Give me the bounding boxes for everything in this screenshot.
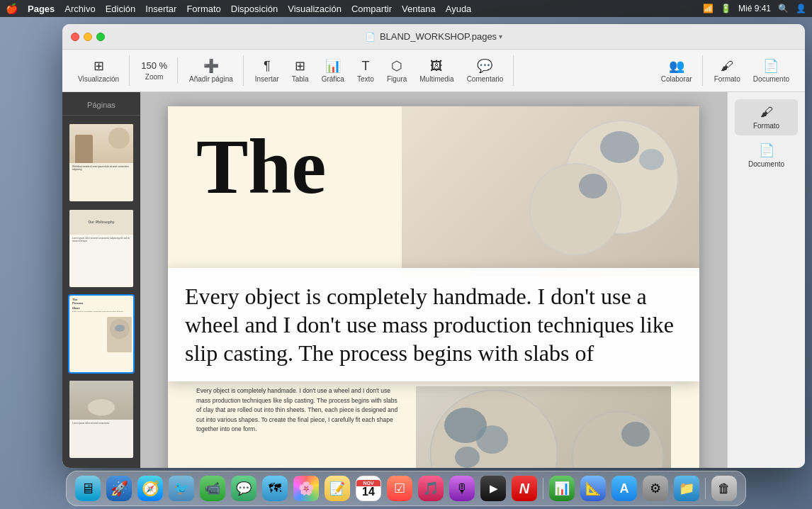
toolbar-group-view: ⊞ Visualización [68, 55, 130, 86]
collaborate-button[interactable]: 👥 Colaborar [655, 55, 698, 86]
dock-settings[interactable]: ⚙ [641, 474, 670, 503]
edicion-menu[interactable]: Edición [106, 4, 136, 14]
zoom-icon: 150 % [141, 60, 167, 71]
insertar-menu[interactable]: Insertar [145, 4, 176, 14]
page-thumb-2[interactable]: 2 Our Philosophy Lorem ipsum dolor sit a… [68, 208, 135, 289]
dock-finder2[interactable]: 📁 [672, 474, 701, 503]
body-image [416, 386, 671, 468]
document-panel-button[interactable]: 📄 Documento [748, 55, 795, 86]
dock-launchpad[interactable]: 🚀 [105, 474, 133, 503]
shape-label: Figura [387, 75, 407, 83]
document-page: The Every object is completely handmade.… [168, 106, 699, 468]
battery-icon: 🔋 [721, 4, 731, 13]
page-thumb-3[interactable]: 3 TheProcess Glaze Every object is compl… [68, 294, 135, 374]
format-label: Formato [714, 75, 740, 83]
document-title-dropdown[interactable]: BLAND_WORKSHOP.pages ▾ [380, 31, 502, 42]
document-filename: BLAND_WORKSHOP.pages [380, 31, 497, 42]
toolbar-group-format-doc: 🖌 Formato 📄 Documento [704, 55, 799, 86]
visualization-button[interactable]: ⊞ Visualización [72, 55, 125, 86]
format-panel-button[interactable]: 🖌 Formato [709, 56, 746, 86]
document-canvas[interactable]: The Every object is completely handmade.… [140, 92, 727, 468]
shape-button[interactable]: ⬡ Figura [381, 55, 412, 86]
chart-button[interactable]: 📊 Gráfica [316, 55, 350, 86]
page-1-preview: Workshop ceramics Lorem ipsum dolor sit … [69, 124, 133, 202]
add-page-label: Añadir página [189, 75, 233, 83]
thumb3-title: TheProcess [69, 296, 133, 306]
body-text[interactable]: Every object is completely handmade. I d… [196, 386, 402, 468]
menu-bar: 🍎 Pages Archivo Edición Insertar Formato… [0, 0, 812, 17]
shape-icon: ⬡ [391, 58, 402, 74]
thumb3-image [107, 317, 132, 352]
dock-music[interactable]: 🎵 [417, 474, 445, 503]
thumb4-image [69, 381, 133, 420]
media-button[interactable]: 🖼 Multimedia [414, 56, 459, 86]
document-icon: 📄 [365, 32, 376, 42]
table-label: Tabla [292, 75, 309, 83]
spotlight-icon[interactable]: 🔍 [778, 4, 789, 13]
page-thumb-4[interactable]: 4 Lorem ipsum dolor sit amet consectetur [68, 379, 135, 459]
format-icon: 🖌 [721, 59, 733, 74]
text-button[interactable]: T Texto [351, 56, 380, 86]
maximize-button[interactable] [96, 33, 105, 41]
document-panel-right-icon: 📄 [759, 142, 774, 158]
dock-photos[interactable]: 🌸 [292, 474, 320, 503]
document-panel-right-button[interactable]: 📄 Documento [735, 137, 798, 174]
apple-menu[interactable]: 🍎 [6, 3, 18, 14]
plate-spot-2 [639, 149, 664, 170]
clock: Mié 9:41 [738, 4, 771, 13]
spot-b3 [455, 447, 480, 468]
compartir-menu[interactable]: Compartir [351, 4, 392, 14]
dock-facetime[interactable]: 📹 [198, 474, 227, 503]
thumb4-text: Lorem ipsum dolor sit amet consectetur [69, 420, 133, 427]
dock-reminders[interactable]: ☑ [385, 474, 414, 503]
add-page-icon: ➕ [203, 58, 219, 74]
media-icon: 🖼 [430, 59, 443, 74]
close-button[interactable] [71, 33, 79, 41]
toolbar-group-insert: ¶ Insertar ⊞ Tabla 📊 Gráfica T Texto ⬡ F… [245, 55, 514, 86]
dock-news[interactable]: N [510, 474, 538, 503]
page-big-title[interactable]: The [168, 106, 402, 276]
dock-numbers[interactable]: 📊 [548, 474, 576, 503]
add-page-button[interactable]: ➕ Añadir página [184, 55, 239, 86]
format-panel-right-button[interactable]: 🖌 Formato [735, 99, 798, 135]
dock-safari[interactable]: 🧭 [136, 474, 164, 503]
thumb2-top: Our Philosophy [69, 210, 133, 235]
dock-appstore[interactable]: A [610, 474, 638, 503]
comment-label: Comentario [467, 75, 504, 83]
pages-panel: Páginas 1 Workshop ceramics Lorem ipsum … [62, 92, 140, 468]
zoom-button[interactable]: 150 % Zoom [135, 57, 173, 84]
dock-tv[interactable]: ▶ [479, 474, 507, 503]
dock-finder[interactable]: 🖥 [74, 474, 102, 503]
page-2-preview: Our Philosophy Lorem ipsum dolor sit ame… [69, 210, 133, 288]
dock-notes[interactable]: 📝 [323, 474, 351, 503]
dock-trash[interactable]: 🗑 [710, 474, 738, 503]
comment-button[interactable]: 💬 Comentario [461, 55, 509, 86]
ventana-menu[interactable]: Ventana [402, 4, 436, 14]
document-panel-label: Documento [753, 75, 789, 83]
dock-keynote[interactable]: 📐 [579, 474, 607, 503]
document-panel-icon: 📄 [763, 58, 779, 74]
dock-maps[interactable]: 🗺 [261, 474, 289, 503]
page-thumb-1[interactable]: 1 Workshop ceramics Lorem ipsum dolor si… [68, 123, 135, 203]
minimize-button[interactable] [84, 33, 92, 41]
pages-app-window: 📄 BLAND_WORKSHOP.pages ▾ ⊞ Visualización… [62, 24, 805, 468]
table-button[interactable]: ⊞ Tabla [286, 55, 315, 86]
insert-button[interactable]: ¶ Insertar [249, 56, 285, 86]
app-name-menu[interactable]: Pages [28, 4, 55, 14]
formato-menu[interactable]: Formato [186, 4, 220, 14]
dock-calendar[interactable]: NOV 14 [354, 474, 383, 503]
collaborate-icon: 👥 [669, 58, 684, 74]
text-overlay-popup[interactable]: Every object is completely handmade. I d… [168, 268, 699, 381]
disposicion-menu[interactable]: Disposición [231, 4, 278, 14]
visualizacion-menu[interactable]: Visualización [288, 4, 342, 14]
dock-podcasts[interactable]: 🎙 [448, 474, 476, 503]
right-panel: 🖌 Formato 📄 Documento [727, 92, 805, 468]
archivo-menu[interactable]: Archivo [64, 4, 95, 14]
dock-bird-mail[interactable]: 🐦 [167, 474, 196, 503]
thumb3-content: Every object is completely handmade lore… [69, 310, 133, 314]
dock-messages[interactable]: 💬 [230, 474, 258, 503]
ayuda-menu[interactable]: Ayuda [446, 4, 472, 14]
thumb4-bowl [87, 398, 115, 416]
format-panel-right-label: Formato [753, 122, 779, 130]
menu-bar-left: 🍎 Pages Archivo Edición Insertar Formato… [6, 3, 471, 14]
